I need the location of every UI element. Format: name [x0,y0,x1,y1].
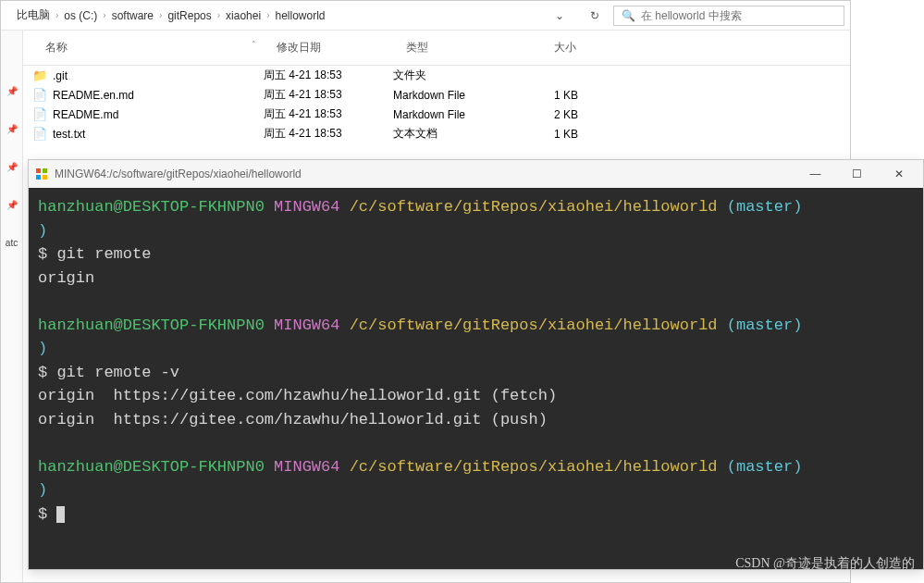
file-name: README.en.md [53,89,134,102]
address-bar: 比电脑›os (C:)›software›gitRepos›xiaohei›he… [1,1,850,31]
terminal-window: MINGW64:/c/software/gitRepos/xiaohei/hel… [28,159,924,570]
search-icon: 🔍 [622,9,635,22]
breadcrumb-segment[interactable]: helloworld [271,7,328,24]
file-icon: 📄 [32,88,47,103]
chevron-right-icon: › [216,10,222,20]
folder-icon: 📁 [32,68,47,83]
maximize-button[interactable]: ☐ [836,161,878,187]
file-name: .git [53,69,68,82]
svg-rect-3 [43,175,47,180]
breadcrumb-segment[interactable]: xiaohei [222,7,265,24]
minimize-button[interactable]: — [795,161,836,187]
breadcrumb-segment[interactable]: gitRepos [164,7,215,24]
file-name: README.md [53,108,118,121]
terminal-body[interactable]: hanzhuan@DESKTOP-FKHNPN0 MINGW64 /c/soft… [29,188,923,569]
chevron-right-icon: › [101,10,107,20]
breadcrumb-dropdown-icon[interactable]: ⌄ [549,9,570,22]
breadcrumb[interactable]: 比电脑›os (C:)›software›gitRepos›xiaohei›he… [6,3,576,28]
file-date: 周五 4-21 18:53 [264,126,393,142]
file-date: 周五 4-21 18:53 [264,106,393,122]
file-size: 1 KB [504,128,578,141]
file-row[interactable]: 📄README.en.md周五 4-21 18:53Markdown File1… [23,85,850,105]
sidebar-label: atc [6,238,18,248]
search-box[interactable]: 🔍 [613,6,844,26]
file-row[interactable]: 📁.git周五 4-21 18:53文件夹 [23,66,850,85]
header-date[interactable]: 修改日期 [269,36,399,59]
header-name[interactable]: 名称 [45,40,68,56]
svg-rect-0 [36,168,41,173]
header-size[interactable]: 大小 [510,36,584,59]
breadcrumb-segment[interactable]: software [108,7,157,24]
pin-icon: 📌 [6,162,18,172]
file-icon: 📄 [32,107,47,122]
search-input[interactable] [641,9,836,22]
svg-rect-1 [43,168,47,173]
chevron-right-icon: › [265,10,271,20]
file-date: 周五 4-21 18:53 [264,68,393,83]
file-row[interactable]: 📄test.txt周五 4-21 18:53文本文档1 KB [23,124,850,143]
file-row[interactable]: 📄README.md周五 4-21 18:53Markdown File2 KB [23,105,850,124]
breadcrumb-segment[interactable]: 比电脑 [13,6,54,25]
file-name: test.txt [53,128,85,141]
svg-rect-2 [36,175,41,180]
window-title: MINGW64:/c/software/gitRepos/xiaohei/hel… [51,167,795,180]
quickaccess-sidebar: 📌 📌 📌 📌 atc [1,31,23,582]
file-icon: 📄 [32,127,47,142]
close-button[interactable]: ✕ [878,161,919,187]
file-size: 2 KB [504,108,578,121]
file-type: 文件夹 [393,68,504,83]
chevron-right-icon: › [157,10,164,20]
watermark: CSDN @奇迹是执着的人创造的 [735,555,915,572]
title-bar[interactable]: MINGW64:/c/software/gitRepos/xiaohei/hel… [29,160,923,188]
chevron-right-icon: › [54,10,60,20]
file-type: Markdown File [393,89,504,102]
pin-icon: 📌 [6,86,18,96]
file-type: 文本文档 [393,126,504,142]
breadcrumb-segment[interactable]: os (C:) [60,7,101,24]
app-icon [32,167,51,180]
file-type: Markdown File [393,108,504,121]
file-date: 周五 4-21 18:53 [264,87,393,103]
pin-icon: 📌 [6,200,18,210]
cursor [56,506,65,523]
refresh-button[interactable]: ↻ [582,5,608,27]
column-headers[interactable]: 名称˄ 修改日期 类型 大小 [23,31,850,66]
pin-icon: 📌 [6,124,18,134]
file-size: 1 KB [504,89,578,102]
sort-indicator-icon: ˄ [252,40,262,56]
header-type[interactable]: 类型 [399,36,510,59]
